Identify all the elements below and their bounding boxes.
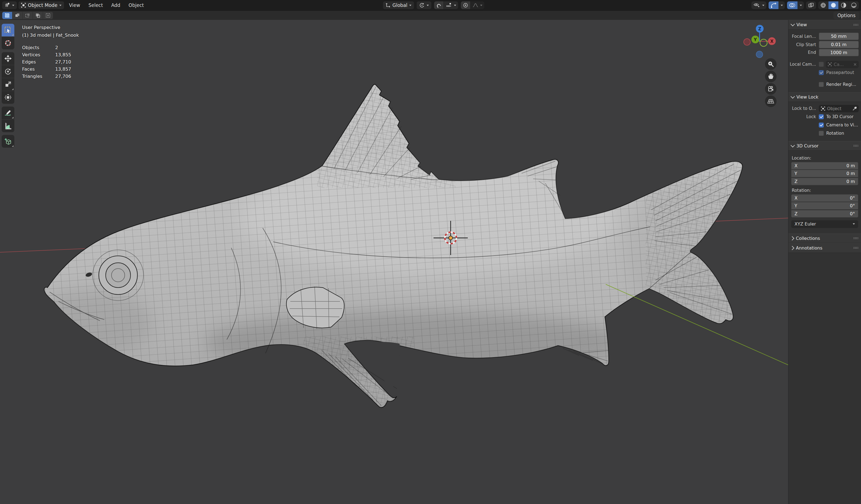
section-annotations-header[interactable]: Annotations bbox=[789, 243, 861, 253]
select-mode-intersect-button[interactable] bbox=[43, 12, 53, 19]
menu-add[interactable]: Add bbox=[108, 1, 124, 9]
drag-dots-icon[interactable] bbox=[853, 24, 858, 26]
stat-row: Vertices13,855 bbox=[22, 51, 71, 58]
stat-row: Triangles27,706 bbox=[22, 72, 71, 80]
section-collections-header[interactable]: Collections bbox=[789, 233, 861, 243]
select-mode-subtract-button[interactable] bbox=[23, 12, 32, 19]
object-visibility-dropdown[interactable] bbox=[751, 1, 766, 9]
sidebar-panel: View Focal Len... 50 mm Clip Start 0.01 … bbox=[788, 20, 861, 504]
close-icon[interactable] bbox=[853, 63, 857, 66]
cursor-location-label: Location: bbox=[792, 156, 859, 161]
camera-to-view-checkbox[interactable] bbox=[819, 123, 824, 127]
cursor-rotation-z[interactable]: Z0° bbox=[791, 210, 858, 218]
tool-select-box[interactable] bbox=[2, 24, 14, 37]
material-sphere-icon bbox=[840, 2, 847, 8]
clip-start-row: Clip Start 0.01 m bbox=[789, 41, 859, 48]
zoom-button[interactable] bbox=[765, 58, 777, 70]
magnet-icon bbox=[436, 2, 441, 8]
snap-toggle[interactable] bbox=[434, 1, 443, 9]
local-camera-checkbox[interactable] bbox=[819, 62, 824, 67]
tool-cursor[interactable] bbox=[2, 37, 14, 50]
proportional-editing-toggle[interactable] bbox=[461, 1, 470, 9]
select-mode-set-button[interactable] bbox=[2, 12, 12, 19]
object-data-icon bbox=[828, 63, 832, 66]
cursor-rotation-x[interactable]: X0° bbox=[791, 194, 858, 202]
select-mode-extend-button[interactable] bbox=[12, 12, 22, 19]
transform-orientation-dropdown[interactable]: Global bbox=[383, 1, 414, 9]
render-region-checkbox[interactable] bbox=[819, 82, 824, 87]
pivot-point-dropdown[interactable] bbox=[417, 1, 431, 9]
axis-neg-z-ball[interactable] bbox=[756, 51, 763, 58]
overlays-settings-dropdown[interactable] bbox=[798, 1, 804, 9]
section-view-lock-header[interactable]: View Lock bbox=[789, 92, 861, 102]
section-view-header[interactable]: View bbox=[789, 20, 861, 29]
clip-end-slider[interactable]: 1000 m bbox=[819, 49, 859, 56]
chevron-down-icon bbox=[781, 5, 783, 6]
editor-type-button[interactable] bbox=[2, 1, 17, 9]
focal-length-row: Focal Len... 50 mm bbox=[789, 32, 859, 40]
tool-move[interactable] bbox=[2, 52, 14, 65]
tool-rotate[interactable] bbox=[2, 65, 14, 78]
options-button[interactable]: Options bbox=[833, 12, 859, 19]
clip-start-label: Clip Start bbox=[789, 42, 819, 47]
lock-to-3d-cursor-checkbox[interactable] bbox=[819, 114, 824, 119]
chevron-down-icon bbox=[454, 5, 456, 6]
cursor-location-fields: X0 m Y0 m Z0 m bbox=[791, 162, 858, 185]
passepartout-checkbox[interactable] bbox=[819, 70, 824, 75]
proportional-falloff-dropdown[interactable] bbox=[470, 1, 484, 9]
axis-neg-y-ball[interactable] bbox=[760, 39, 767, 46]
tool-scale[interactable] bbox=[2, 78, 14, 91]
show-overlays-toggle[interactable] bbox=[787, 1, 797, 9]
cursor-location-z[interactable]: Z0 m bbox=[791, 178, 858, 185]
camera-to-view-row: Camera to Vi... bbox=[789, 121, 859, 129]
chevron-down-icon bbox=[853, 223, 855, 225]
object-data-icon bbox=[821, 107, 825, 111]
drag-dots-icon[interactable] bbox=[853, 145, 858, 147]
xray-toggle[interactable] bbox=[806, 1, 816, 9]
drag-dots-icon[interactable] bbox=[853, 247, 858, 249]
tool-annotate[interactable] bbox=[2, 107, 14, 119]
gizmo-settings-dropdown[interactable] bbox=[779, 1, 785, 9]
shading-solid-button[interactable] bbox=[829, 1, 838, 9]
overlays-icon bbox=[789, 2, 796, 8]
proportional-circle-icon bbox=[463, 2, 468, 8]
lock-to-object-field[interactable]: Object bbox=[819, 105, 859, 112]
menu-object[interactable]: Object bbox=[125, 1, 147, 9]
eyedropper-icon[interactable] bbox=[852, 107, 857, 111]
chevron-right-icon bbox=[790, 246, 794, 250]
clip-start-slider[interactable]: 0.01 m bbox=[819, 41, 859, 48]
axis-neg-x-ball[interactable] bbox=[744, 39, 750, 45]
lock-rotation-checkbox[interactable] bbox=[819, 131, 824, 136]
section-3d-cursor-header[interactable]: 3D Cursor bbox=[789, 141, 861, 151]
toolbar bbox=[2, 24, 14, 148]
menu-select[interactable]: Select bbox=[85, 1, 106, 9]
section-view-lock-body: Lock to O... Object Lock To 3D Cursor Ca… bbox=[789, 102, 861, 141]
local-camera-field[interactable]: Ca... bbox=[826, 61, 859, 68]
pan-hand-button[interactable] bbox=[765, 71, 777, 82]
chevron-down-icon bbox=[791, 143, 795, 147]
mode-selector[interactable]: Object Mode bbox=[18, 1, 64, 9]
rotation-mode-dropdown[interactable]: XYZ Euler bbox=[791, 220, 858, 228]
menu-view[interactable]: View bbox=[66, 1, 83, 9]
cursor-location-y[interactable]: Y0 m bbox=[791, 170, 858, 177]
tool-measure[interactable] bbox=[2, 120, 14, 132]
shading-material-button[interactable] bbox=[839, 1, 849, 9]
drag-dots-icon[interactable] bbox=[853, 237, 858, 239]
cursor-location-x[interactable]: X0 m bbox=[791, 162, 858, 169]
show-gizmo-toggle[interactable] bbox=[768, 1, 778, 9]
axis-z-label: Z bbox=[758, 27, 761, 31]
camera-view-button[interactable] bbox=[765, 83, 777, 95]
focal-length-slider[interactable]: 50 mm bbox=[819, 32, 859, 40]
tool-transform[interactable] bbox=[2, 91, 14, 104]
tool-add-cube[interactable] bbox=[2, 135, 14, 148]
snap-settings-dropdown[interactable] bbox=[444, 1, 458, 9]
viewport-canvas[interactable]: User Perspective (1) 3d model | Fat_Snoo… bbox=[0, 20, 788, 504]
select-mode-invert-button[interactable] bbox=[33, 12, 43, 19]
eye-cursor-icon bbox=[753, 2, 761, 8]
cursor-rotation-y[interactable]: Y0° bbox=[791, 202, 858, 209]
lock-to-cursor-row: Lock To 3D Cursor bbox=[789, 113, 859, 121]
chevron-down-icon bbox=[480, 5, 482, 6]
toggle-perspective-grid-button[interactable] bbox=[765, 95, 777, 107]
shading-rendered-button[interactable] bbox=[849, 1, 859, 9]
shading-wireframe-button[interactable] bbox=[818, 1, 828, 9]
